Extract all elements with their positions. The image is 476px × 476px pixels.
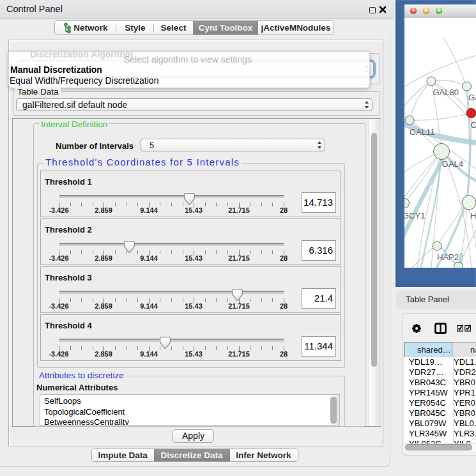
svg-text:GAL4: GAL4 <box>442 159 463 169</box>
svg-text:GAL11: GAL11 <box>410 127 435 137</box>
svg-text:GA: GA <box>468 93 476 102</box>
svg-text:H: H <box>470 211 476 220</box>
svg-text:HAP2: HAP2 <box>437 252 459 262</box>
svg-text:CY: CY <box>470 120 476 130</box>
svg-text:GAL80: GAL80 <box>433 88 459 97</box>
svg-text:GCY1: GCY1 <box>404 211 425 220</box>
